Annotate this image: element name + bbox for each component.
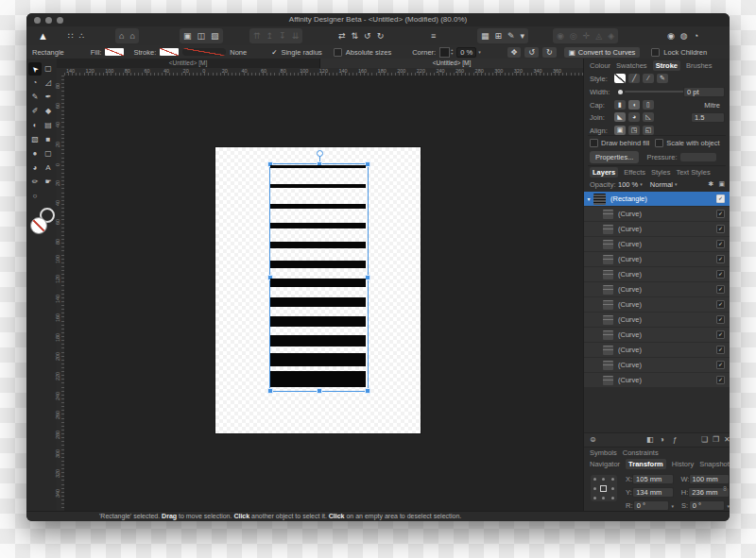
- rectangle-tool[interactable]: ■: [42, 133, 55, 146]
- rotation-field[interactable]: 0 °: [633, 500, 670, 511]
- anchor-dot[interactable]: [599, 475, 608, 482]
- view-tool[interactable]: ☛: [42, 176, 55, 189]
- layer-visibility-checkbox[interactable]: ✓: [716, 346, 725, 354]
- width-value-field[interactable]: 0 pt: [683, 87, 725, 97]
- artwork-stripe[interactable]: [270, 204, 366, 209]
- transparency-tool[interactable]: ◐: [28, 119, 42, 132]
- fill-swatch[interactable]: [105, 48, 124, 56]
- join-mitre-button[interactable]: ◣: [614, 112, 626, 122]
- fill-colour-well[interactable]: [30, 217, 47, 234]
- anchor-dot[interactable]: [591, 494, 599, 501]
- pen-tool[interactable]: ✒: [42, 91, 55, 104]
- grid-icon[interactable]: ▦: [481, 29, 490, 42]
- rounded-rectangle-tool[interactable]: ▢: [42, 147, 55, 161]
- rotate-cw-icon[interactable]: ↻: [377, 29, 385, 42]
- anchor-dot[interactable]: [599, 494, 608, 501]
- artwork-stripe[interactable]: [270, 297, 366, 307]
- navigator-panel-tab[interactable]: Snapshots: [699, 460, 730, 468]
- layer-visibility-checkbox[interactable]: ✓: [716, 300, 725, 309]
- anchor-point-selector[interactable]: [591, 475, 617, 501]
- donut-tool[interactable]: ◕: [28, 161, 42, 175]
- anchor-dot[interactable]: [609, 494, 617, 501]
- layer-row[interactable]: (Curve)✓: [584, 358, 730, 372]
- blend-mode-value[interactable]: Normal: [650, 180, 673, 189]
- layer-row[interactable]: (Curve)✓: [584, 267, 730, 281]
- align-outside-button[interactable]: ◱: [643, 126, 654, 135]
- convert-to-curves-button[interactable]: ▣ Convert to Curves: [564, 47, 641, 58]
- stroke-panel-tab[interactable]: Brushes: [686, 61, 713, 70]
- delete-layer-icon[interactable]: ✕: [724, 435, 730, 444]
- stroke-style-brush-button[interactable]: ✎: [657, 74, 668, 83]
- insert-inside-icon[interactable]: ⌂: [129, 29, 134, 42]
- share-icon[interactable]: ∴: [79, 29, 85, 42]
- dropdown-arrow-icon[interactable]: ▾: [521, 29, 525, 42]
- edit-all-layers-icon[interactable]: ◫: [198, 29, 206, 42]
- layer-lock-icon[interactable]: ▣: [718, 180, 725, 188]
- edit-all-layers-icon[interactable]: ⊜: [590, 435, 596, 444]
- snap-spacing-icon[interactable]: ◈: [608, 29, 614, 42]
- layers-panel-tab[interactable]: Effects: [624, 168, 645, 177]
- scale-with-object-option[interactable]: Scale with object: [655, 139, 719, 147]
- anchor-dot[interactable]: [609, 475, 617, 482]
- layer-visibility-checkbox[interactable]: ✓: [716, 194, 725, 203]
- ellipse-tool[interactable]: ●: [28, 147, 42, 161]
- layer-row[interactable]: (Curve)✓: [584, 207, 730, 221]
- stroke-style-preview[interactable]: [182, 48, 226, 56]
- layer-row[interactable]: (Curve)✓: [584, 328, 730, 342]
- layer-row[interactable]: (Curve)✓: [584, 313, 730, 327]
- artwork-stripe[interactable]: [270, 223, 366, 228]
- artwork-stripe[interactable]: [270, 353, 366, 366]
- fit-handles-icon[interactable]: ✥: [507, 47, 522, 58]
- contour-tool[interactable]: ◔: [28, 76, 42, 90]
- crop-tool[interactable]: ▧: [28, 133, 42, 146]
- order-to-back-icon[interactable]: ⇊: [292, 29, 300, 42]
- layer-effects-icon[interactable]: ƒ: [673, 435, 677, 444]
- artwork-stripe[interactable]: [270, 279, 366, 287]
- stroke-style-solid-button[interactable]: ╱: [628, 74, 640, 83]
- snapping-icon[interactable]: ⊞: [495, 29, 503, 42]
- layer-row[interactable]: (Curve)✓: [584, 252, 730, 266]
- width-slider-knob[interactable]: [618, 90, 623, 94]
- rotate-anticlockwise-icon[interactable]: ↺: [524, 47, 539, 58]
- absolute-sizes-label[interactable]: Absolute sizes: [346, 48, 391, 57]
- layers-panel-tab[interactable]: Layers: [590, 167, 618, 178]
- symbols-panel-tab[interactable]: Constraints: [623, 448, 659, 457]
- new-group-icon[interactable]: ❐: [713, 435, 719, 444]
- snap-grid-icon[interactable]: ◎: [570, 29, 577, 42]
- snap-objects-icon[interactable]: ◬: [595, 29, 602, 42]
- layer-visibility-checkbox[interactable]: ✓: [716, 225, 725, 233]
- pressure-profile-box[interactable]: [680, 153, 716, 161]
- navigator-panel-tab[interactable]: Navigator: [590, 460, 620, 468]
- scale-with-object-checkbox[interactable]: [655, 139, 663, 147]
- artwork-stripe[interactable]: [270, 371, 366, 387]
- corner-dropdown-icon[interactable]: ▾: [478, 49, 481, 55]
- draw-behind-fill-checkbox[interactable]: [590, 139, 598, 147]
- layer-visibility-checkbox[interactable]: ✓: [716, 210, 725, 218]
- history-cycle-icon[interactable]: ◔: [694, 29, 698, 42]
- anchor-dot[interactable]: [609, 482, 617, 494]
- order-to-front-icon[interactable]: ⇈: [253, 29, 261, 42]
- layer-row[interactable]: (Curve)✓: [584, 373, 730, 387]
- link-dimensions-icon[interactable]: ∞: [722, 486, 729, 491]
- stroke-panel-tab[interactable]: Stroke: [653, 60, 680, 71]
- navigator-panel-tab[interactable]: History: [672, 460, 694, 468]
- layers-panel-tab[interactable]: Text Styles: [676, 168, 710, 177]
- join-bevel-button[interactable]: ◺: [643, 112, 654, 122]
- layer-row[interactable]: ▾(Rectangle)✓: [584, 192, 730, 206]
- shear-dropdown-icon[interactable]: ▾: [727, 503, 730, 509]
- opacity-dropdown-icon[interactable]: ▾: [640, 181, 643, 187]
- vector-brush-tool[interactable]: ✐: [28, 105, 42, 118]
- blend-mode-dropdown-icon[interactable]: ▾: [675, 181, 678, 187]
- canvas-viewport[interactable]: [64, 76, 584, 512]
- stroke-panel-tab[interactable]: Colour: [590, 61, 610, 70]
- align-centre-button[interactable]: ▣: [614, 126, 626, 135]
- stroke-panel-tab[interactable]: Swatches: [616, 61, 647, 70]
- artwork-stripe[interactable]: [270, 316, 366, 327]
- layer-settings-icon[interactable]: ✱: [709, 180, 714, 188]
- picture-frame-tool[interactable]: ▤: [42, 119, 55, 132]
- opacity-value[interactable]: 100 %: [618, 180, 638, 189]
- alignment-icon[interactable]: ≡: [431, 29, 436, 42]
- snap-guides-icon[interactable]: ✛: [583, 29, 591, 42]
- snap-candidates-icon[interactable]: ◉: [557, 29, 564, 42]
- artwork-stripe[interactable]: [270, 261, 366, 268]
